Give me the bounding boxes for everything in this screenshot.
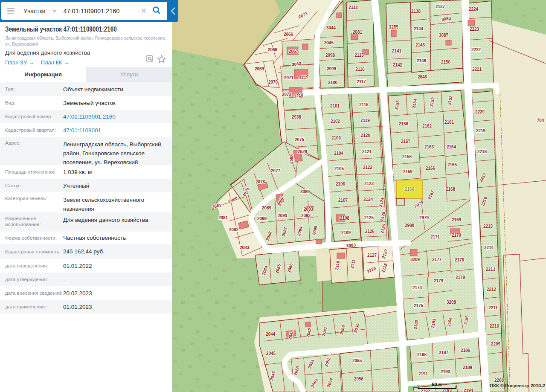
svg-text:2071: 2071 [284,75,294,80]
svg-text:2101: 2101 [330,104,340,108]
svg-text:2156: 2156 [399,122,409,126]
svg-text:2115: 2115 [354,53,364,58]
svg-text:2146: 2146 [417,58,427,63]
svg-text:2223: 2223 [470,27,479,32]
svg-text:2158: 2158 [402,154,412,159]
svg-text:2211: 2211 [488,305,498,310]
svg-text:2188: 2188 [417,352,427,357]
svg-text:2141: 2141 [392,49,402,53]
svg-text:2077: 2077 [271,168,281,173]
svg-text:2187: 2187 [439,350,449,355]
svg-text:2681: 2681 [353,30,363,35]
svg-text:2224: 2224 [469,7,479,12]
svg-text:2045: 2045 [266,351,276,356]
svg-text:2104: 2104 [334,151,344,156]
svg-text:2078: 2078 [256,180,265,184]
svg-text:2166: 2166 [426,166,436,171]
svg-text:2090: 2090 [278,213,288,218]
svg-text:3045: 3045 [324,41,334,45]
svg-text:2529: 2529 [298,149,308,154]
svg-text:2100: 2100 [328,80,338,85]
svg-text:2083: 2083 [240,245,250,250]
svg-text:2178: 2178 [456,275,465,280]
svg-text:2108: 2108 [340,216,350,221]
svg-text:2161: 2161 [444,120,454,125]
svg-text:2219: 2219 [476,128,486,133]
svg-text:2646: 2646 [418,75,427,79]
svg-text:2194: 2194 [464,388,473,392]
svg-text:2212: 2212 [487,287,497,292]
svg-text:60 м: 60 м [432,382,441,387]
svg-text:2093: 2093 [301,213,311,218]
svg-text:2109: 2109 [341,230,351,235]
svg-text:2068: 2068 [268,47,278,52]
svg-text:2082: 2082 [229,227,239,232]
svg-text:2192: 2192 [421,389,430,392]
svg-text:2106: 2106 [336,182,346,186]
svg-text:2117: 2117 [357,79,366,84]
svg-text:2123: 2123 [364,181,374,186]
svg-text:2164: 2164 [447,145,456,149]
svg-text:2168: 2168 [446,187,456,192]
svg-text:3255: 3255 [389,25,399,29]
svg-text:2163: 2163 [424,145,434,149]
svg-text:2089: 2089 [262,206,272,210]
svg-text:2165: 2165 [447,163,457,167]
svg-text:704: 704 [537,118,544,123]
svg-text:2171: 2171 [430,235,440,239]
svg-text:2145: 2145 [415,43,425,47]
svg-text:3089: 3089 [300,189,310,194]
svg-text:2218: 2218 [477,149,487,154]
svg-text:2176: 2176 [455,258,465,262]
svg-text:2124: 2124 [363,197,373,202]
svg-text:2055: 2055 [352,358,362,363]
svg-text:ПКК © Росреестр 2010-2: ПКК © Росреестр 2010-2 [490,383,545,388]
svg-text:2150: 2150 [441,60,451,64]
svg-text:2122: 2122 [363,165,373,170]
svg-text:2099: 2099 [327,67,337,71]
svg-text:2066: 2066 [284,32,293,37]
svg-text:2175: 2175 [414,303,424,308]
svg-text:2214: 2214 [484,245,494,250]
svg-text:2160: 2160 [405,187,415,192]
svg-text:2179: 2179 [434,279,444,283]
svg-text:2125: 2125 [364,215,374,220]
svg-text:2103: 2103 [331,136,341,140]
svg-text:2069: 2069 [255,67,264,71]
svg-text:2116: 2116 [355,67,365,72]
svg-text:2979: 2979 [419,215,429,220]
svg-text:2121: 2121 [362,149,372,154]
svg-text:2157: 2157 [401,139,411,144]
svg-text:2102: 2102 [331,119,340,124]
svg-text:2980: 2980 [405,223,415,228]
svg-text:2107: 2107 [338,198,348,203]
svg-text:2186: 2186 [461,348,470,353]
svg-text:3083: 3083 [346,243,356,248]
svg-text:2142: 2142 [393,63,403,67]
svg-text:2220: 2220 [475,110,485,114]
svg-text:2105: 2105 [334,166,344,171]
svg-text:2067: 2067 [289,49,299,54]
svg-text:2174: 2174 [412,285,422,290]
svg-text:2044: 2044 [266,332,276,337]
svg-text:2162: 2162 [422,124,432,128]
svg-text:2098: 2098 [325,53,335,58]
svg-text:2189: 2189 [463,365,473,370]
svg-text:2126: 2126 [365,229,375,234]
svg-text:2213: 2213 [486,267,496,272]
svg-text:2191: 2191 [418,372,428,376]
svg-text:2190: 2190 [441,369,450,374]
svg-text:2127: 2127 [367,253,377,258]
svg-text:2208: 2208 [494,378,504,383]
svg-text:2221: 2221 [472,67,482,72]
svg-text:2081: 2081 [218,215,228,220]
svg-text:3209: 3209 [410,257,420,262]
svg-text:2144: 2144 [414,26,424,31]
svg-text:3044: 3044 [326,26,336,30]
svg-text:2169: 2169 [452,218,462,222]
svg-text:2938: 2938 [292,115,302,119]
svg-text:2056: 2056 [354,377,364,381]
svg-text:2159: 2159 [403,169,413,174]
svg-text:2075: 2075 [295,137,305,142]
svg-text:2112: 2112 [349,5,358,10]
